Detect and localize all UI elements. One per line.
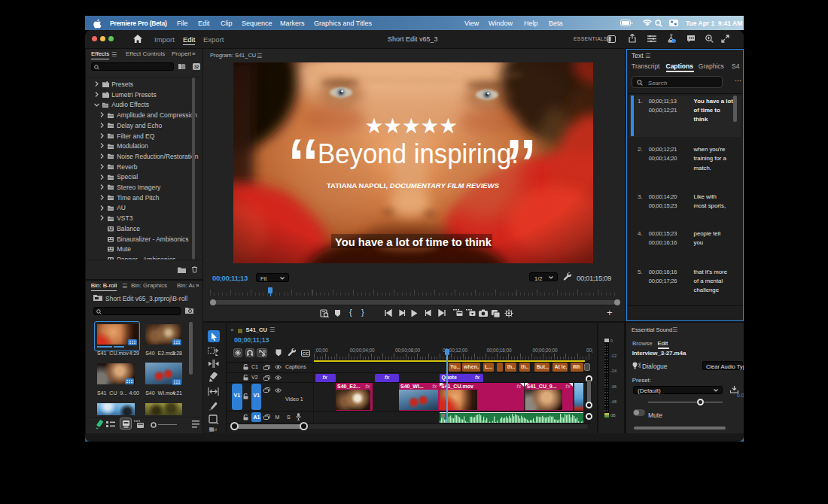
svg-text:32: 32: [194, 65, 199, 69]
svg-text:▾: ▾: [471, 311, 473, 316]
svg-text:CC: CC: [303, 351, 309, 355]
svg-text:TATIANA NAPOLI, DOCUMENTARY FI: TATIANA NAPOLI, DOCUMENTARY FILM REVIEWS: [327, 182, 499, 190]
svg-text:”: ”: [507, 121, 535, 217]
svg-text:★★★★★: ★★★★★: [364, 114, 457, 138]
svg-text:You have a lot of time to thin: You have a lot of time to think: [335, 235, 492, 248]
svg-text:“: “: [289, 121, 318, 217]
svg-text:Beyond inspiring.: Beyond inspiring.: [318, 138, 519, 169]
